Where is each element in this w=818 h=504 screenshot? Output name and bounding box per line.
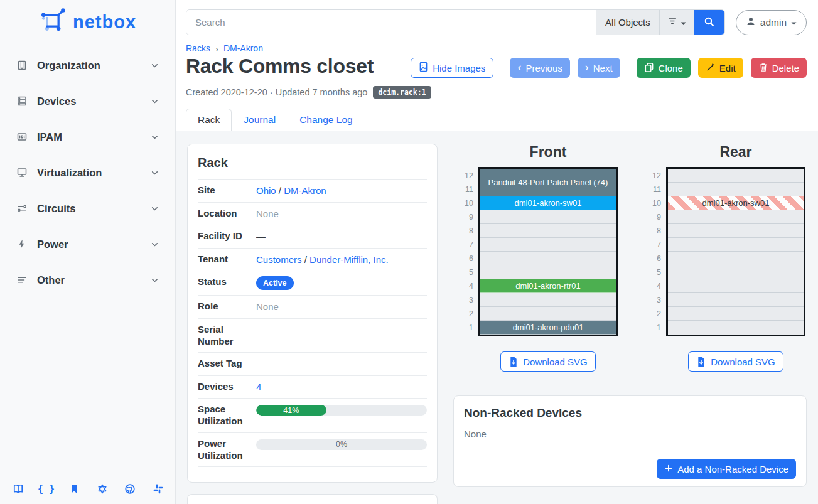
edit-button[interactable]: Edit [698,58,743,78]
created-updated-text: Created 2020-12-20 · Updated 7 months ag… [186,87,367,97]
download-svg-button-rear[interactable]: Download SVG [688,351,783,372]
rack-slot-empty[interactable] [668,169,804,183]
info-row-serial-number: Serial Number — [198,319,427,353]
tab-change-log[interactable]: Change Log [288,109,364,131]
info-row-tenant: Tenant Customers / Dunder-Mifflin, Inc. [198,249,427,272]
ohio-link[interactable]: Ohio [256,185,276,196]
page-header: All Objects [176,0,818,131]
sidebar-item-other[interactable]: Other [16,267,160,292]
breadcrumb-dm-akron[interactable]: DM-Akron [223,43,263,53]
chevron-down-icon [149,168,160,178]
image-file-icon [419,62,428,74]
dunder-mifflin-inc-link[interactable]: Dunder-Mifflin, Inc. [309,254,389,265]
rack-elevation-rear: dmi01-akron-sw01 [666,167,805,336]
user-menu-button[interactable]: admin [736,10,807,35]
rack-elevation-front: Panduit 48-Port Patch Panel (74)dmi01-ak… [478,167,618,336]
panel-title: Rack [198,156,427,170]
devices-count-link[interactable]: 4 [256,382,261,392]
dm-akron-link[interactable]: DM-Akron [284,185,326,196]
ipam-icon [16,131,28,142]
sidebar-item-virtualization[interactable]: Virtualization [16,160,160,185]
customers-link[interactable]: Customers [256,254,302,265]
next-button[interactable]: › Next [578,58,620,78]
rack-device-dmi01-akron-sw01[interactable]: dmi01-akron-sw01 [668,196,804,210]
github-icon[interactable] [123,482,137,496]
hide-images-button[interactable]: Hide Images [411,58,493,78]
sidebar-item-organization[interactable]: Organization [16,53,160,78]
rack-slot-empty[interactable] [480,293,616,307]
chevron-down-icon [149,60,160,71]
tab-rack[interactable]: Rack [186,109,232,131]
rack-slot-empty[interactable] [480,307,616,321]
rack-slot-empty[interactable] [668,265,804,279]
global-search: All Objects [186,9,725,35]
rack-slot-empty[interactable] [668,252,804,265]
rack-slot-empty[interactable] [668,279,804,293]
info-row-power-utilization: Power Utilization 0% [198,433,427,468]
sidebar-footer-icons: { } [11,482,165,496]
unit-labels: 121110987654321 [642,167,661,336]
brand-text: netbox [73,12,136,33]
rack-slot-empty[interactable] [668,183,804,196]
graphql-icon[interactable] [95,482,109,496]
bookmark-icon[interactable] [67,482,81,496]
rack-slot-empty[interactable] [668,238,804,252]
left-column: Rack Site Ohio / DM-Akron Location None … [187,144,438,504]
lines-icon [16,274,28,286]
download-svg-button-front[interactable]: Download SVG [500,351,596,372]
elevation-title: Front [478,144,618,161]
rack-slot-empty[interactable] [480,252,616,265]
breadcrumb: Racks › DM-Akron [186,43,807,53]
trash-icon [758,62,768,74]
rack-slot-empty[interactable] [480,210,616,224]
info-row-status: Status Active [198,271,427,296]
tab-journal[interactable]: Journal [232,109,288,131]
rack-device-dmi01-akron-rtr01[interactable]: dmi01-akron-rtr01 [480,279,616,293]
search-scope-button[interactable]: All Objects [596,10,659,35]
rack-slot-empty[interactable] [668,210,804,224]
previous-button[interactable]: ‹ Previous [510,58,569,78]
rack-slot-empty[interactable] [668,321,804,335]
status-badge: Active [256,276,294,290]
rack-info-panel: Rack Site Ohio / DM-Akron Location None … [187,144,438,483]
rack-slot-empty[interactable] [480,224,616,238]
rack-slot-empty[interactable] [668,293,804,307]
slack-icon[interactable] [151,482,165,496]
rack-device-dmi01-akron-pdu01[interactable]: dmi01-akron-pdu01 [480,321,616,335]
info-row-facility-id: Facility ID — [198,225,427,249]
action-buttons: Hide Images ‹ Previous › Next Clone [411,58,807,78]
search-button[interactable] [694,10,724,35]
object-id-badge: dcim.rack:1 [373,86,431,99]
breadcrumb-racks[interactable]: Racks [186,43,210,53]
search-icon [704,16,714,29]
plus-icon [664,464,673,475]
search-filter-dropdown[interactable] [659,10,694,35]
info-row-role: Role None [198,296,427,319]
tab-bar: RackJournalChange Log [186,109,807,131]
book-icon[interactable] [11,482,25,496]
delete-button[interactable]: Delete [751,58,807,78]
add-non-racked-device-button[interactable]: Add a Non-Racked Device [657,459,796,479]
page-title: Rack Comms closet [186,55,374,78]
rack-device-dmi01-akron-sw01[interactable]: dmi01-akron-sw01 [480,196,616,210]
sidebar-item-devices[interactable]: Devices [16,88,160,114]
sidebar-item-circuits[interactable]: Circuits [16,196,160,221]
rack-slot-empty[interactable] [480,265,616,279]
info-row-devices: Devices 4 [198,376,427,399]
rack-device-panduit-48-port-patch-panel-74[interactable]: Panduit 48-Port Patch Panel (74) [480,169,616,196]
rack-slot-empty[interactable] [668,307,804,321]
braces-icon[interactable]: { } [40,482,53,496]
netbox-logo[interactable]: netbox [0,0,175,40]
non-racked-title: Non-Racked Devices [464,406,796,420]
chevron-left-icon: ‹ [517,62,521,73]
chevron-down-icon [149,275,160,286]
elevation-rear: Rear 121110987654321 dmi01-akron-sw01 Do… [642,144,805,372]
clone-button[interactable]: Clone [637,58,691,78]
rack-slot-empty[interactable] [668,224,804,238]
search-input[interactable] [186,10,596,35]
servers-icon [16,95,28,107]
rack-slot-empty[interactable] [480,238,616,252]
person-icon [746,16,756,29]
sidebar-item-ipam[interactable]: IPAM [16,124,160,149]
sidebar-item-power[interactable]: Power [16,232,160,257]
